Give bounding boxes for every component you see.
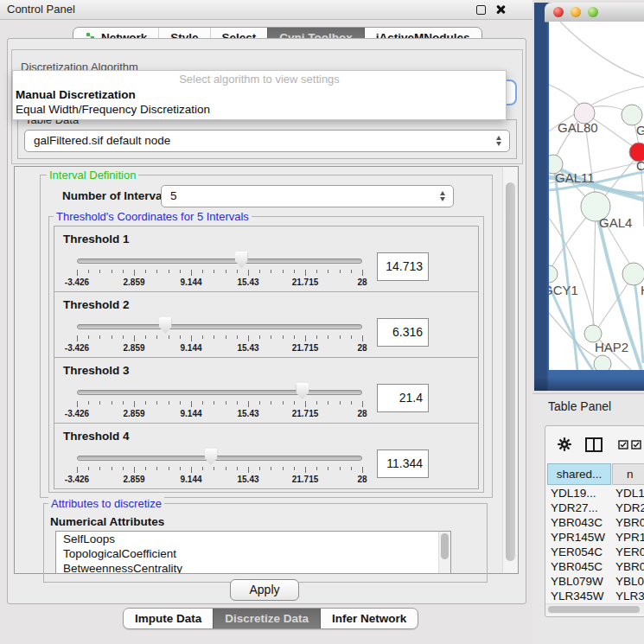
tick-mark bbox=[180, 270, 181, 273]
zoom-traffic-light-icon[interactable] bbox=[588, 7, 598, 17]
table-data-select[interactable]: galFiltered.sif default node bbox=[24, 130, 510, 152]
gear-icon[interactable] bbox=[558, 437, 571, 451]
tick-mark bbox=[77, 270, 78, 276]
column-header-name[interactable]: n bbox=[612, 463, 644, 485]
table-row[interactable]: YER054CYER0 bbox=[545, 545, 644, 559]
table-row[interactable]: YLR345WYLR3 bbox=[545, 589, 644, 603]
table-rows: YDL19...YDL1YDR27...YDR2YBR043CYBR0YPR14… bbox=[545, 486, 644, 608]
tick-mark bbox=[145, 335, 146, 339]
cell-shared-name: YBR045C bbox=[551, 559, 603, 574]
tick-mark bbox=[248, 270, 249, 276]
network-edge[interactable] bbox=[549, 85, 581, 107]
tab-impute-data[interactable]: Impute Data bbox=[124, 609, 213, 628]
threshold-label: Threshold 1 bbox=[63, 233, 130, 245]
table-row[interactable]: YBR045CYBR0 bbox=[545, 559, 644, 574]
cell-shared-name: YER054C bbox=[551, 545, 603, 559]
slider-track[interactable] bbox=[77, 390, 362, 395]
network-node[interactable] bbox=[594, 355, 611, 370]
cell-name: YBL0 bbox=[615, 574, 644, 589]
horizontal-scrollbar[interactable] bbox=[545, 603, 644, 614]
table-row[interactable]: YBR043CYBR0 bbox=[545, 515, 644, 530]
tab-infer-network[interactable]: Infer Network bbox=[320, 609, 418, 628]
checkbox-checked-icon[interactable] bbox=[618, 440, 628, 450]
list-scrollbar-thumb[interactable] bbox=[441, 533, 449, 559]
slider-track[interactable] bbox=[77, 258, 362, 264]
threshold-slider[interactable]: -3.4262.8599.14415.4321.71528 bbox=[77, 251, 362, 289]
tab-discretize-data[interactable]: Discretize Data bbox=[213, 609, 320, 628]
network-edge[interactable] bbox=[560, 22, 644, 78]
number-of-intervals-select[interactable]: 5 bbox=[161, 185, 454, 207]
threshold-label: Threshold 3 bbox=[63, 364, 130, 377]
network-graph[interactable]: GAL80GCGAL11GAL4GCY1HHAP2 bbox=[549, 22, 644, 370]
close-traffic-light-icon[interactable] bbox=[553, 7, 564, 17]
network-window-titlebar[interactable] bbox=[545, 3, 644, 22]
tick-mark bbox=[328, 467, 328, 470]
slider-track[interactable] bbox=[77, 456, 362, 461]
threshold-value-box[interactable]: 11.344 bbox=[377, 450, 429, 478]
network-node-gcy1[interactable] bbox=[549, 265, 558, 283]
dropdown-option[interactable]: Equal Width/Frequency Discretization bbox=[16, 102, 506, 117]
slider-ticks bbox=[77, 467, 362, 474]
network-edge[interactable] bbox=[593, 207, 596, 326]
slider-thumb[interactable] bbox=[159, 317, 172, 334]
slider-thumb[interactable] bbox=[205, 449, 218, 465]
slider-ticks bbox=[77, 270, 362, 277]
threshold-slider[interactable]: -3.4262.8599.14415.4321.71528 bbox=[77, 448, 362, 486]
threshold-value-box[interactable]: 14.713 bbox=[377, 252, 429, 281]
tick-mark bbox=[88, 401, 89, 405]
tick-mark bbox=[145, 467, 146, 470]
threshold-slider[interactable]: -3.4262.8599.14415.4321.71528 bbox=[77, 316, 362, 354]
tick-mark bbox=[156, 467, 157, 470]
tick-mark bbox=[271, 467, 271, 470]
tick-mark bbox=[99, 401, 100, 405]
tick-mark bbox=[112, 335, 112, 339]
list-item[interactable]: BetweennessCentrality bbox=[56, 561, 450, 574]
table-row[interactable]: YPR145WYPR1 bbox=[545, 530, 644, 545]
table-row[interactable]: YDL19...YDL1 bbox=[545, 486, 644, 501]
thresholds-group-label: Threshold's Coordinates for 5 Intervals bbox=[54, 210, 252, 223]
tick-mark bbox=[340, 467, 341, 470]
list-item[interactable]: TopologicalCoefficient bbox=[56, 546, 450, 561]
tick-mark bbox=[340, 335, 341, 339]
tick-mark bbox=[202, 467, 203, 470]
tick-mark bbox=[99, 335, 100, 339]
cell-name: YER0 bbox=[615, 545, 644, 559]
network-canvas[interactable]: GAL80GCGAL11GAL4GCY1HHAP2 bbox=[549, 22, 644, 370]
slider-track[interactable] bbox=[77, 324, 362, 329]
apply-button[interactable]: Apply bbox=[230, 579, 299, 601]
horizontal-scrollbar-thumb[interactable] bbox=[548, 606, 640, 613]
tick-mark bbox=[112, 467, 112, 470]
threshold-value-box[interactable]: 6.316 bbox=[377, 318, 429, 347]
tick-mark bbox=[328, 270, 328, 273]
table-row[interactable]: YBL079WYBL0 bbox=[545, 574, 644, 589]
tick-mark bbox=[77, 467, 78, 473]
tick-mark bbox=[214, 335, 214, 339]
tab-label: Infer Network bbox=[332, 612, 406, 625]
slider-tick-labels: -3.4262.8599.14415.4321.71528 bbox=[77, 277, 362, 288]
checkbox-checked-icon[interactable] bbox=[631, 440, 641, 450]
threshold-slider[interactable]: -3.4262.8599.14415.4321.71528 bbox=[77, 382, 362, 420]
columns-icon[interactable] bbox=[585, 437, 603, 452]
dropdown-option[interactable]: Manual Discretization bbox=[16, 87, 506, 102]
list-scrollbar[interactable] bbox=[438, 532, 450, 573]
column-header-shared-name[interactable]: shared... bbox=[547, 463, 611, 485]
numerical-attributes-label: Numerical Attributes bbox=[50, 515, 164, 528]
slider-ticks bbox=[77, 335, 362, 342]
panel-title: Control Panel bbox=[7, 0, 75, 19]
close-icon[interactable] bbox=[495, 4, 506, 15]
list-item[interactable]: SelfLoops bbox=[56, 532, 450, 546]
slider-thumb[interactable] bbox=[296, 383, 309, 399]
slider-thumb[interactable] bbox=[235, 252, 248, 268]
vertical-scrollbar[interactable] bbox=[502, 167, 518, 573]
threshold-value-box[interactable]: 21.4 bbox=[377, 384, 429, 412]
node-label: GAL11 bbox=[555, 170, 595, 185]
minimize-traffic-light-icon[interactable] bbox=[571, 7, 581, 17]
scrollbar-thumb[interactable] bbox=[506, 182, 515, 561]
tick-mark bbox=[191, 467, 192, 473]
network-edge[interactable] bbox=[590, 106, 627, 112]
tick-mark bbox=[169, 270, 169, 273]
table-row[interactable]: YDR27...YDR2 bbox=[545, 501, 644, 515]
tick-mark bbox=[305, 270, 306, 276]
float-window-icon[interactable] bbox=[476, 5, 486, 15]
tick-mark bbox=[237, 335, 238, 339]
